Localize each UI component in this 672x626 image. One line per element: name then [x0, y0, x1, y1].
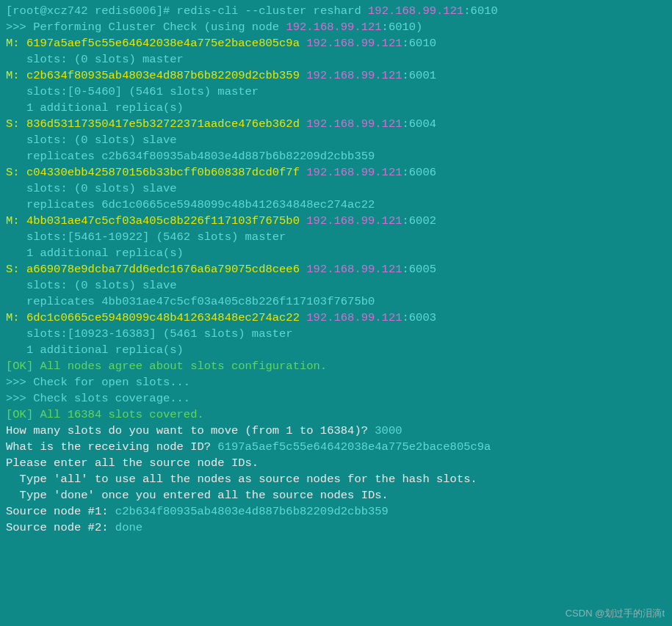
source-nodes-help-done: Type 'done' once you entered all the sou…: [6, 487, 666, 503]
node-slots: slots: (0 slots) slave: [6, 132, 666, 148]
prompt-receiving-node[interactable]: What is the receiving node ID? 6197a5aef…: [6, 439, 666, 455]
prompt-line[interactable]: [root@xcz742 redis6006]# redis-cli --clu…: [6, 3, 666, 19]
cluster-node: M: 6197a5aef5c55e64642038e4a775e2bace805…: [6, 35, 666, 51]
source-nodes-intro: Please enter all the source node IDs.: [6, 455, 666, 471]
ok-slots-covered: [OK] All 16384 slots covered.: [6, 407, 666, 423]
cluster-check-header: >>> Performing Cluster Check (using node…: [6, 19, 666, 35]
cluster-node: M: c2b634f80935ab4803e4d887b6b82209d2cbb…: [6, 68, 666, 84]
cluster-node: S: 836d53117350417e5b32722371aadce476eb3…: [6, 116, 666, 132]
node-slots: slots: (0 slots) slave: [6, 181, 666, 197]
watermark: CSDN @划过手的泪滴t: [566, 605, 665, 622]
source-node-2[interactable]: Source node #2: done: [6, 520, 666, 536]
source-nodes-help-all: Type 'all' to use all the nodes as sourc…: [6, 471, 666, 487]
node-slots: slots: (0 slots) master: [6, 51, 666, 68]
node-slots: slots:[10923-16383] (5461 slots) master: [6, 326, 666, 342]
node-replica-count: 1 additional replica(s): [6, 245, 666, 261]
node-replicates: replicates 4bb031ae47c5cf03a405c8b226f11…: [6, 294, 666, 310]
node-replica-count: 1 additional replica(s): [6, 342, 666, 358]
node-slots: slots:[0-5460] (5461 slots) master: [6, 84, 666, 100]
cluster-node: M: 4bb031ae47c5cf03a405c8b226f117103f767…: [6, 213, 666, 229]
check-open-slots: >>> Check for open slots...: [6, 374, 666, 390]
node-slots: slots: (0 slots) slave: [6, 277, 666, 294]
cluster-node: S: c04330ebb425870156b33bcff0b608387dcd0…: [6, 164, 666, 181]
check-slots-coverage: >>> Check slots coverage...: [6, 390, 666, 407]
terminal-output: [root@xcz742 redis6006]# redis-cli --clu…: [6, 3, 666, 536]
node-replica-count: 1 additional replica(s): [6, 100, 666, 116]
node-replicates: replicates 6dc1c0665ce5948099c48b4126348…: [6, 197, 666, 213]
prompt-slots-move[interactable]: How many slots do you want to move (from…: [6, 423, 666, 439]
source-node-1[interactable]: Source node #1: c2b634f80935ab4803e4d887…: [6, 503, 666, 520]
node-slots: slots:[5461-10922] (5462 slots) master: [6, 229, 666, 245]
ok-slots-config: [OK] All nodes agree about slots configu…: [6, 358, 666, 374]
node-replicates: replicates c2b634f80935ab4803e4d887b6b82…: [6, 148, 666, 164]
cluster-node: M: 6dc1c0665ce5948099c48b412634848ec274a…: [6, 310, 666, 326]
cluster-node: S: a669078e9dcba77dd6edc1676a6a79075cd8c…: [6, 261, 666, 277]
